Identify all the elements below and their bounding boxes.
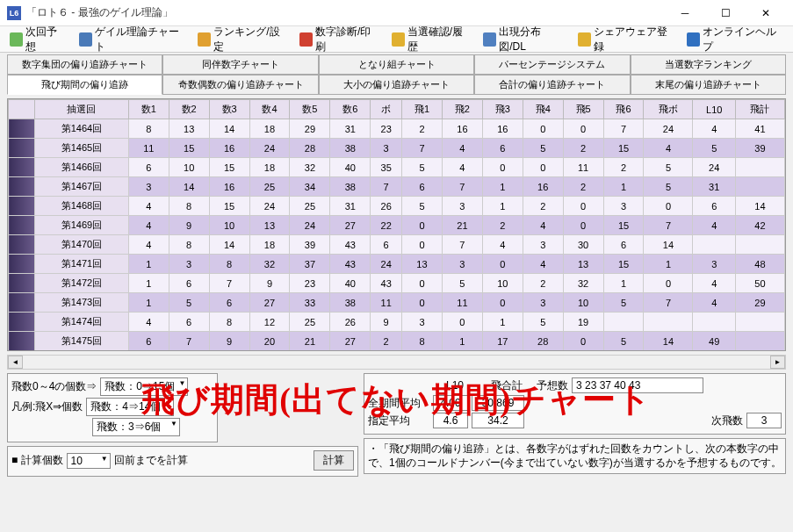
- cell: 14: [209, 235, 249, 255]
- cell: 0: [402, 274, 443, 293]
- table-row[interactable]: 第1464回81314182931232161600724441: [9, 119, 785, 139]
- tab-飛び期間の偏り追跡[interactable]: 飛び期間の偏り追跡: [7, 75, 162, 95]
- toolbar-1[interactable]: ゲイル理論チャート: [73, 21, 190, 58]
- toolbar-0[interactable]: 次回予想: [4, 21, 71, 58]
- table-row[interactable]: 第1472回1679234043051023210450: [9, 274, 785, 293]
- cell: 5: [644, 158, 693, 177]
- col-header[interactable]: 飛4: [523, 100, 563, 119]
- table-row[interactable]: 第1468回4815242531265312030614: [9, 197, 785, 216]
- toolbar-5[interactable]: 出現分布図/DL: [477, 21, 570, 58]
- col-header[interactable]: 数5: [290, 100, 330, 119]
- table-row[interactable]: 第1475回6792021272811728051449: [9, 332, 785, 351]
- cell: 1: [644, 255, 693, 274]
- col-header[interactable]: 数4: [249, 100, 290, 119]
- total-header: 飛合計: [480, 378, 533, 393]
- cell: 50: [735, 274, 784, 293]
- row-header: [9, 119, 35, 139]
- table-row[interactable]: 第1467回3141625343876711621531: [9, 177, 785, 197]
- cell: 2: [402, 119, 443, 139]
- col-header[interactable]: 飛2: [442, 100, 482, 119]
- cell: 0: [644, 197, 693, 216]
- col-header[interactable]: L10: [693, 100, 735, 119]
- cell: 39: [735, 139, 784, 158]
- cell: 29: [735, 293, 784, 313]
- calc-button[interactable]: 計算: [314, 450, 354, 471]
- cell: 0: [644, 274, 693, 293]
- cell: 28: [523, 332, 563, 351]
- row-header: [9, 197, 35, 216]
- l10-header: L10: [433, 379, 477, 392]
- col-header[interactable]: 抽選回: [35, 100, 129, 119]
- tab-となり組チャート[interactable]: となり組チャート: [319, 54, 474, 75]
- cell: 5: [442, 274, 482, 293]
- cell: 15: [603, 139, 644, 158]
- calc-count-select[interactable]: 10: [67, 453, 111, 469]
- cell: 0: [563, 216, 603, 235]
- specperiod-l10: 4.6: [433, 413, 468, 428]
- cell: 4: [128, 313, 169, 332]
- cell: 11: [442, 293, 482, 313]
- scroll-right-button[interactable]: ►: [770, 356, 785, 369]
- count-select-2[interactable]: 飛数：4⇒14個: [86, 398, 174, 416]
- cell: 0: [442, 313, 482, 332]
- count-select-3[interactable]: 飛数：3⇒6個: [92, 418, 180, 436]
- table-row[interactable]: 第1466回61015183240355400112524: [9, 158, 785, 177]
- cell: 13: [563, 255, 603, 274]
- col-header[interactable]: 飛5: [563, 100, 603, 119]
- tab-大小の偏り追跡チャート[interactable]: 大小の偏り追跡チャート: [319, 75, 474, 95]
- tab-当選数字ランキング[interactable]: 当選数字ランキング: [631, 54, 786, 75]
- cell: 4: [523, 216, 563, 235]
- col-header[interactable]: 飛3: [482, 100, 523, 119]
- tab-同伴数字チャート[interactable]: 同伴数字チャート: [162, 54, 318, 75]
- col-header[interactable]: 飛ボ: [644, 100, 693, 119]
- toolbar-7[interactable]: オンラインヘルプ: [681, 21, 788, 58]
- cell: 43: [371, 274, 402, 293]
- cell: 42: [735, 216, 784, 235]
- row-header: [9, 235, 35, 255]
- col-header[interactable]: 飛計: [735, 100, 784, 119]
- col-header[interactable]: ボ: [371, 100, 402, 119]
- toolbar-4[interactable]: 当選確認/履歴: [386, 21, 476, 58]
- toolbar-3[interactable]: 数字診断/印刷: [293, 21, 384, 58]
- toolbar-label: 当選確認/履歴: [407, 25, 470, 54]
- toolbar-icon: [483, 32, 496, 47]
- prediction-label: 予想数: [537, 378, 568, 393]
- table-row[interactable]: 第1469回491013242722021240157442: [9, 216, 785, 235]
- count-select-1[interactable]: 飛数：0⇒15個: [100, 377, 188, 396]
- col-header[interactable]: 数2: [169, 100, 209, 119]
- horizontal-scrollbar[interactable]: ◄ ►: [7, 355, 786, 370]
- cell: [735, 313, 784, 332]
- col-header[interactable]: 飛1: [402, 100, 443, 119]
- toolbar-6[interactable]: シェアウェア登録: [572, 21, 679, 58]
- table-row[interactable]: 第1470回48141839436074330614: [9, 235, 785, 255]
- tab-末尾の偏り追跡チャート[interactable]: 末尾の偏り追跡チャート: [631, 75, 786, 95]
- col-header[interactable]: 数1: [128, 100, 169, 119]
- cell: [693, 235, 735, 255]
- table-row[interactable]: 第1474回4681225269301519: [9, 313, 785, 332]
- cell: 2: [371, 332, 402, 351]
- draw-number: 第1472回: [35, 274, 129, 293]
- tab-パーセンテージシステム[interactable]: パーセンテージシステム: [474, 54, 630, 75]
- tab-合計の偏り追跡チャート[interactable]: 合計の偏り追跡チャート: [474, 75, 630, 95]
- scroll-left-button[interactable]: ◄: [8, 356, 23, 369]
- tab-数字集団の偏り追跡チャート[interactable]: 数字集団の偏り追跡チャート: [7, 54, 162, 75]
- toolbar-label: シェアウェア登録: [594, 25, 673, 54]
- cell: 1: [482, 313, 523, 332]
- col-header[interactable]: 数6: [330, 100, 371, 119]
- row-header: [9, 139, 35, 158]
- table-row[interactable]: 第1473回15627333811011031057429: [9, 293, 785, 313]
- col-header[interactable]: 飛6: [603, 100, 644, 119]
- table-row[interactable]: 第1471回138323743241330413151348: [9, 255, 785, 274]
- cell: 16: [482, 119, 523, 139]
- cell: 13: [169, 119, 209, 139]
- cell: 24: [371, 255, 402, 274]
- draw-number: 第1469回: [35, 216, 129, 235]
- table-row[interactable]: 第1465回111516242838374652154539: [9, 139, 785, 158]
- data-grid[interactable]: 抽選回数1数2数3数4数5数6ボ飛1飛2飛3飛4飛5飛6飛ボL10飛計第1464…: [7, 98, 786, 351]
- header-blank: [9, 100, 35, 119]
- toolbar-2[interactable]: ランキング/設定: [191, 21, 292, 58]
- tab-奇数偶数の偏り追跡チャート[interactable]: 奇数偶数の偏り追跡チャート: [162, 75, 318, 95]
- col-header[interactable]: 数3: [209, 100, 249, 119]
- cell: 31: [330, 119, 371, 139]
- cell: 8: [169, 197, 209, 216]
